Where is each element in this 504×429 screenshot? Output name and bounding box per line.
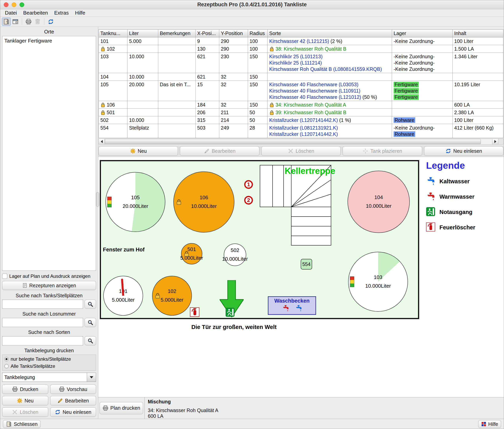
plan-tank-502[interactable]: 50210.000Liter xyxy=(224,243,246,266)
sorte-link[interactable]: Kirschwasser 40 Flaschenware (L121012) xyxy=(269,94,361,100)
sorte-link[interactable]: Kirschlikör 25 (L101213) xyxy=(269,54,323,59)
menu-bearbeiten[interactable]: Bearbeiten xyxy=(20,10,51,16)
orte-list-item[interactable]: Tanklager Fertigware xyxy=(2,36,96,45)
menu-extras[interactable]: Extras xyxy=(51,10,72,16)
sorte-link[interactable]: Kristallzucker (L1207141442.K) xyxy=(269,131,338,137)
scrollbar-track[interactable] xyxy=(105,139,492,144)
delete-icon[interactable] xyxy=(33,18,42,26)
neu-einlesen-button[interactable]: Neu einlesen xyxy=(424,146,504,156)
cell-radius: 150 xyxy=(248,81,268,101)
neu-einlesen-button-sidebar[interactable]: Neu einlesen xyxy=(50,407,96,417)
radio-alle[interactable] xyxy=(4,364,9,368)
tank-number-label: 103 xyxy=(374,274,382,280)
tankliste-window-icon[interactable] xyxy=(2,18,11,26)
radio-belegte-row[interactable]: nur belegte Tanks/Stellplätze xyxy=(4,356,94,362)
table-row-tank-501[interactable]: 5012062115039: Kirschwasser Roh Qualität… xyxy=(99,109,504,116)
sorte-link[interactable]: Kirschwasser Roh Qualität B (L0808141559… xyxy=(269,66,382,72)
search-sorten-input[interactable] xyxy=(2,336,83,345)
plan-tank-101[interactable]: 1015.000Liter xyxy=(103,276,143,316)
search-tanks-input[interactable] xyxy=(2,300,83,309)
schliessen-button[interactable]: Schliessen xyxy=(3,420,41,428)
extinguisher-icon xyxy=(190,307,199,317)
cell-tanknummer: 502 xyxy=(99,116,128,124)
plan-drucken-button[interactable]: Plan drucken xyxy=(100,402,143,414)
tank-plazieren-button[interactable]: Tank plazieren xyxy=(343,146,422,156)
column-header[interactable]: Lager xyxy=(392,29,453,37)
minimize-window-button[interactable] xyxy=(12,2,16,7)
loeschen-button-sidebar[interactable]: Löschen xyxy=(2,407,48,417)
column-header[interactable]: Liter xyxy=(128,29,158,37)
plan-tank-105[interactable]: 10520.000Liter xyxy=(106,172,165,232)
search-losnummer-input[interactable] xyxy=(2,318,83,327)
menu-datei[interactable]: Datei xyxy=(2,10,20,16)
menu-hilfe[interactable]: Hilfe xyxy=(72,10,88,16)
table-row-tank-502[interactable]: 50210.00031521450Kristallzucker (L120714… xyxy=(99,116,504,124)
column-header[interactable]: X-Posi... xyxy=(196,29,219,37)
splitter-grip[interactable] xyxy=(96,192,99,207)
search-tanks-row xyxy=(2,300,96,309)
search-losnummer-button[interactable] xyxy=(85,318,96,327)
radio-alle-row[interactable]: Alle Tanks/Stellplätze xyxy=(4,363,94,369)
orte-list[interactable]: Tanklager Fertigware xyxy=(2,36,96,271)
neu-button[interactable]: Neu xyxy=(99,146,178,156)
plan-tank-106[interactable]: 10610.000Liter xyxy=(173,171,234,232)
table-row-tank-101[interactable]: 1015.0009290100Kirschwasser 42 (L121215)… xyxy=(99,37,504,45)
sorte-text: 38: Kirschwasser Roh Qualität B xyxy=(275,46,346,52)
neu-button-sidebar[interactable]: Neu xyxy=(2,396,48,405)
sorte-link[interactable]: Kirschlikör 25 (L111214) xyxy=(269,60,322,66)
lager-anzeigen-checkbox[interactable] xyxy=(2,274,7,279)
search-sorten-button[interactable] xyxy=(85,336,96,345)
sorte-link[interactable]: Kristallzucker (L0812131921.K) xyxy=(269,125,338,131)
table-row-tank-554[interactable]: 554Stellplatz50324928Kristallzucker (L08… xyxy=(99,124,504,138)
lager-anzeigen-row[interactable]: Lager auf Plan und Ausdruck anzeigen xyxy=(2,273,96,279)
column-header[interactable]: Tanknu... xyxy=(99,29,128,37)
table-row-tank-102[interactable]: 10213029010038: Kirschwasser Roh Qualitä… xyxy=(99,45,504,53)
plan-tank-501[interactable]: 5015.000Liter xyxy=(181,243,202,264)
cell-x-position: 9 xyxy=(196,37,219,45)
print-icon[interactable] xyxy=(24,18,33,26)
scrollbar-thumb[interactable] xyxy=(105,139,481,144)
plan-stellplatz-554[interactable]: 554 xyxy=(301,259,312,269)
sorte-link[interactable]: Kirschwasser 40 Flaschenware (L03053) xyxy=(269,82,358,87)
hilfe-button[interactable]: Hilfe xyxy=(478,420,501,428)
bearbeiten-button[interactable]: Bearbeiten xyxy=(180,146,259,156)
table-row-tank-104[interactable]: 10410.00062132150 xyxy=(99,73,504,81)
waschbecken-label: Waschbecken xyxy=(274,298,309,304)
drucken-button[interactable]: Drucken xyxy=(2,384,48,394)
refresh-icon[interactable] xyxy=(46,18,55,26)
search-tanks-button[interactable] xyxy=(85,300,96,309)
bearbeiten-button-sidebar[interactable]: Bearbeiten xyxy=(50,396,96,405)
tuer-label: Die Tür zur großen, weiten Welt xyxy=(192,324,277,330)
vorschau-button[interactable]: Vorschau xyxy=(50,384,96,394)
column-header[interactable]: Inhalt xyxy=(453,29,504,37)
table-row-tank-106[interactable]: 1061843215034: Kirschwasser Roh Qualität… xyxy=(99,101,504,109)
dropdown-arrow-button[interactable] xyxy=(87,373,96,382)
horizontal-scrollbar[interactable] xyxy=(99,139,504,144)
sorte-link[interactable]: Kirschwasser 40 Flaschenware (L110911) xyxy=(269,88,360,94)
scroll-left-button[interactable] xyxy=(99,139,105,144)
zoom-window-button[interactable] xyxy=(19,2,24,7)
sorte-link[interactable]: Kirschwasser 42 (L121215) xyxy=(269,38,329,44)
plan-tank-104[interactable]: 10410.000Liter xyxy=(347,171,410,233)
close-window-button[interactable] xyxy=(4,2,9,7)
rezeptur-window-icon[interactable] xyxy=(11,18,20,26)
rezepturen-anzeigen-button[interactable]: Rezepturen anzeigen xyxy=(2,281,96,290)
column-header[interactable]: Sorte xyxy=(268,29,392,37)
sorte-link[interactable]: Kristallzucker (L1207141442.K) xyxy=(269,117,338,123)
plan-tank-102[interactable]: 1025.000Liter xyxy=(152,276,192,316)
cell-y-position: 249 xyxy=(219,124,248,138)
table-row-tank-103[interactable]: 10310.000621230150Kirschlikör 25 (L10121… xyxy=(99,53,504,73)
column-header[interactable]: Bemerkungen xyxy=(158,29,196,37)
plan-tank-103[interactable]: 10310.000Liter xyxy=(348,252,408,312)
table-row-tank-105[interactable]: 10520.000Das ist ein T...1532150Kirschwa… xyxy=(99,81,504,101)
loeschen-button[interactable]: Löschen xyxy=(261,146,341,156)
floor-plan-canvas[interactable]: Kellertreppe Fenster zum Hof 1 2 Waschbe… xyxy=(100,160,419,319)
column-header[interactable]: Radius xyxy=(248,29,268,37)
column-header[interactable]: Y-Position xyxy=(219,29,248,37)
tankbelegung-dropdown[interactable]: Tankbelegung xyxy=(2,373,96,382)
radio-belegte[interactable] xyxy=(4,357,9,361)
cell-x-position: 621 xyxy=(196,73,219,81)
cell-tanknummer: 103 xyxy=(99,53,128,73)
cell-y-position: 32 xyxy=(219,81,248,101)
scroll-right-button[interactable] xyxy=(492,139,498,144)
